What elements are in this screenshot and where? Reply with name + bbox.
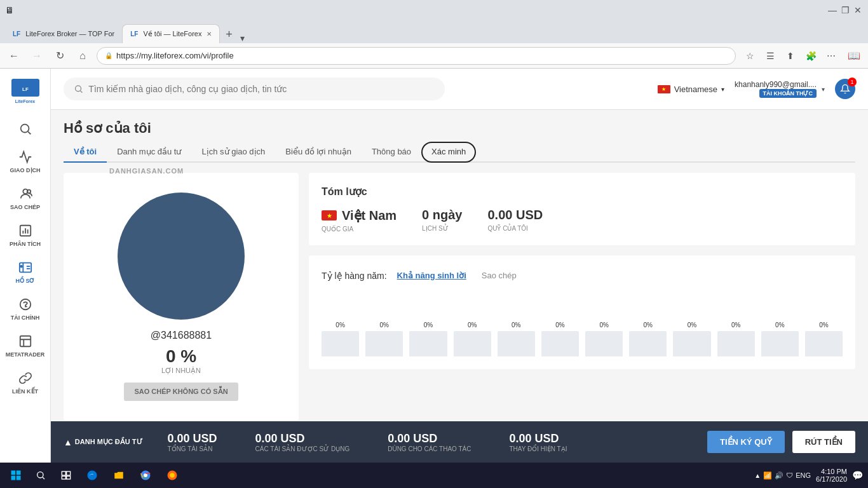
tab-danh-muc[interactable]: Danh mục đầu tư (107, 142, 191, 163)
home-button[interactable]: ⌂ (74, 47, 92, 65)
sidebar-item-lien-ket[interactable]: LIÊN KẾT (3, 365, 48, 400)
extensions-icon[interactable]: 🧩 (802, 47, 820, 65)
bar-rect (761, 331, 799, 356)
svg-line-24 (43, 477, 44, 479)
taskbar-chrome[interactable] (133, 464, 158, 487)
country-name: Việt Nam (342, 208, 397, 223)
deposit-button[interactable]: TIỀN KÝ QUỸ (707, 431, 785, 453)
svg-point-23 (37, 472, 43, 478)
taskbar-task-view[interactable] (55, 464, 78, 487)
chart-tab-profitability[interactable]: Khả năng sinh lời (392, 268, 471, 283)
sidebar-item-metatrader[interactable]: METATRADER (3, 329, 48, 363)
search-input[interactable] (88, 84, 435, 94)
svg-rect-27 (62, 476, 65, 479)
analysis-icon (18, 223, 33, 238)
sidebar-item-tai-chinh[interactable]: TÀI CHÍNH (3, 292, 48, 326)
bottom-stats: 0.00 USD TỔNG TÀI SẢN 0.00 USD CÁC TÀI S… (168, 432, 682, 452)
user-dropdown-icon[interactable]: ▾ (822, 86, 825, 93)
close-button[interactable]: ✕ (853, 5, 863, 15)
svg-rect-21 (11, 476, 16, 480)
minimize-button[interactable]: — (827, 5, 837, 15)
window-controls: — ❐ ✕ (827, 5, 863, 15)
tab-bieu-do[interactable]: Biểu đồ lợi nhuận (275, 142, 362, 163)
search-bar[interactable] (64, 78, 445, 100)
used-label: CÁC TÀI SẢN ĐƯỢC SỬ DỤNG (255, 445, 350, 452)
notifications-tray-icon[interactable]: 💬 (852, 470, 863, 480)
maximize-button[interactable]: ❐ (840, 5, 850, 15)
bottom-stat-total: 0.00 USD TỔNG TÀI SẢN (168, 432, 217, 452)
bar-rect (717, 331, 755, 356)
finance-icon (18, 297, 33, 312)
svg-point-17 (76, 86, 81, 92)
sidebar-logo[interactable]: LF LiteForex (4, 74, 46, 109)
chrome-icon (140, 470, 151, 481)
taskbar-time-value: 4:10 PM (816, 468, 847, 475)
notification-badge: 1 (848, 78, 857, 86)
taskbar-clock[interactable]: 4:10 PM 6/17/2020 (816, 468, 847, 483)
sidebar-item-ho-so[interactable]: HỒ SƠ (3, 255, 48, 289)
withdraw-button[interactable]: RÚT TIỀN (792, 431, 855, 453)
chart-tab-copy[interactable]: Sao chép (477, 268, 522, 283)
tab-xac-minh[interactable]: Xác minh (421, 142, 476, 163)
start-button[interactable] (5, 464, 27, 487)
browser-menu-icon[interactable]: ⋯ (822, 47, 840, 65)
change-label: THAY ĐỔI HIỆN TẠI (510, 445, 567, 452)
tab-list-button[interactable]: ▾ (238, 33, 247, 43)
tab-thong-bao[interactable]: Thông báo (362, 142, 421, 163)
bar-rect (454, 331, 491, 356)
bar-rect (805, 331, 843, 356)
reader-view-icon[interactable]: 📖 (845, 47, 863, 65)
svg-line-3 (28, 132, 31, 134)
bar-rect (673, 331, 710, 356)
tab-lich-su[interactable]: Lịch sử giao dịch (192, 142, 276, 163)
chevron-up-icon: ▲ (64, 437, 72, 447)
notification-button[interactable]: 1 (835, 79, 855, 99)
browser-tab-2[interactable]: LF Về tôi — LiteForex ✕ (122, 24, 220, 43)
portfolio-toggle-button[interactable]: ▲ DANH MỤC ĐẦU TƯ (64, 437, 142, 447)
taskbar-search-icon (36, 470, 46, 480)
chevron-up-tray-icon[interactable]: ▲ (754, 472, 761, 479)
page-wrapper: Hồ sơ của tôi Về tôi Danh mục đầu tư Lịc… (51, 110, 868, 433)
sidebar-item-sao-chep[interactable]: SAO CHÉP (3, 181, 48, 215)
back-button[interactable]: ← (5, 47, 23, 65)
bar-percent-label: 0% (512, 322, 520, 329)
svg-rect-20 (17, 471, 21, 475)
chart-icon (18, 149, 33, 165)
bookmark-icon[interactable]: ☆ (741, 47, 759, 65)
taskbar-edge[interactable] (80, 464, 104, 487)
file-explorer-icon (113, 470, 125, 481)
change-value: 0.00 USD (510, 432, 567, 445)
free-label: DÙNG CHO CÁC THAO TÁC (388, 445, 471, 452)
taskbar-search[interactable] (29, 464, 52, 487)
tab2-close-icon[interactable]: ✕ (207, 30, 212, 37)
title-bar-left: 🖥 (5, 5, 14, 15)
summary-title: Tóm lược (322, 186, 843, 198)
forward-button[interactable]: → (28, 47, 46, 65)
new-tab-button[interactable]: + (220, 25, 238, 43)
browser-tab-1[interactable]: LF LiteForex Broker — TOP For (5, 24, 122, 43)
sidebar-item-giao-dich[interactable]: GIAO DỊCH (3, 144, 48, 179)
window-icon: 🖥 (5, 5, 14, 15)
svg-rect-28 (67, 476, 71, 479)
sidebar-item-search[interactable] (3, 116, 48, 142)
bar-percent-label: 0% (688, 322, 696, 329)
reader-mode-icon[interactable]: ☰ (761, 47, 779, 65)
url-text: https://my.liteforex.com/vi/profile (116, 51, 234, 60)
svg-rect-25 (62, 471, 65, 475)
chart-bar-column: 0% (629, 322, 667, 356)
bar-rect (629, 331, 667, 356)
url-bar[interactable]: 🔒 https://my.liteforex.com/vi/profile (97, 47, 736, 65)
sidebar-item-phan-tich[interactable]: PHÂN TÍCH (3, 218, 48, 252)
copy-button[interactable]: SAO CHÉP KHÔNG CÓ SẴN (124, 383, 238, 401)
svg-point-5 (27, 190, 31, 194)
taskbar-firefox[interactable] (160, 464, 184, 487)
svg-line-18 (81, 91, 83, 93)
taskbar-file-explorer[interactable] (107, 464, 131, 487)
chart-bar-column: 0% (322, 322, 359, 356)
total-label: TỔNG TÀI SẢN (168, 445, 217, 452)
tab-ve-toi[interactable]: Về tôi (64, 142, 107, 163)
copy-icon (18, 186, 33, 201)
language-selector[interactable]: Vietnamese ▾ (658, 85, 724, 94)
share-icon[interactable]: ⬆ (782, 47, 799, 65)
refresh-button[interactable]: ↻ (51, 47, 69, 65)
